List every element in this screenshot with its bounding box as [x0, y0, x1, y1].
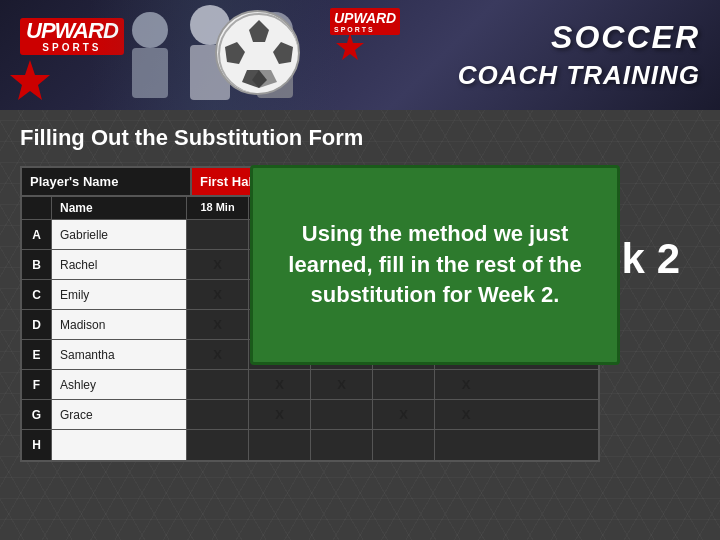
- row-name-h: [52, 430, 187, 460]
- popup-text: Using the method we just learned, fill i…: [273, 219, 597, 311]
- table-row: G Grace X X X: [22, 400, 598, 430]
- center-star-icon: [330, 30, 370, 70]
- center-logo: UPWARD SPORTS: [330, 8, 400, 74]
- popup-overlay: Using the method we just learned, fill i…: [250, 165, 620, 365]
- row-h-col4: [373, 430, 435, 460]
- soccer-ball-svg: [217, 12, 300, 95]
- row-name-rachel: Rachel: [52, 250, 187, 279]
- col-player-name-header: Player's Name: [22, 168, 192, 195]
- row-d-col1: X: [187, 310, 249, 339]
- row-e-col1: X: [187, 340, 249, 369]
- sub-header-empty: [22, 197, 52, 219]
- row-h-col5: [435, 430, 497, 460]
- row-letter-h: H: [22, 430, 52, 460]
- row-f-col2: X: [249, 370, 311, 399]
- row-g-col2: X: [249, 400, 311, 429]
- row-letter-f: F: [22, 370, 52, 399]
- header-title-area: SOCCER COACH TRAINING: [458, 19, 720, 91]
- svg-marker-0: [10, 60, 50, 100]
- row-c-col1: X: [187, 280, 249, 309]
- row-f-col4: [373, 370, 435, 399]
- table-row: F Ashley X X X: [22, 370, 598, 400]
- row-letter-c: C: [22, 280, 52, 309]
- page-title: Filling Out the Substitution Form: [20, 125, 700, 151]
- row-name-gabrielle: Gabrielle: [52, 220, 187, 249]
- row-name-ashley: Ashley: [52, 370, 187, 399]
- row-g-col1: [187, 400, 249, 429]
- center-logo-upward: UPWARD: [334, 10, 396, 26]
- svg-marker-7: [336, 33, 364, 60]
- row-letter-d: D: [22, 310, 52, 339]
- svg-rect-2: [132, 48, 168, 98]
- svg-point-1: [132, 12, 168, 48]
- sub-header-18min: 18 Min: [187, 197, 249, 219]
- row-letter-g: G: [22, 400, 52, 429]
- row-f-col1: [187, 370, 249, 399]
- row-letter-b: B: [22, 250, 52, 279]
- soccer-ball-icon: [215, 10, 300, 95]
- row-h-col1: [187, 430, 249, 460]
- row-f-col3: X: [311, 370, 373, 399]
- row-letter-a: A: [22, 220, 52, 249]
- row-g-col4: X: [373, 400, 435, 429]
- row-h-col3: [311, 430, 373, 460]
- row-name-grace: Grace: [52, 400, 187, 429]
- row-b-col1: X: [187, 250, 249, 279]
- header-banner: UPWARD SPORTS UPWARD SPORTS: [0, 0, 720, 110]
- row-name-madison: Madison: [52, 310, 187, 339]
- row-name-emily: Emily: [52, 280, 187, 309]
- star-icon: [5, 55, 55, 105]
- coach-training-label: COACH TRAINING: [458, 60, 700, 91]
- row-h-col2: [249, 430, 311, 460]
- row-g-col5: X: [435, 400, 497, 429]
- row-g-col3: [311, 400, 373, 429]
- soccer-label: SOCCER: [551, 19, 700, 56]
- sub-header-name: Name: [52, 197, 187, 219]
- table-row: H: [22, 430, 598, 460]
- row-letter-e: E: [22, 340, 52, 369]
- row-f-col5: X: [435, 370, 497, 399]
- row-a-col1: [187, 220, 249, 249]
- row-name-samantha: Samantha: [52, 340, 187, 369]
